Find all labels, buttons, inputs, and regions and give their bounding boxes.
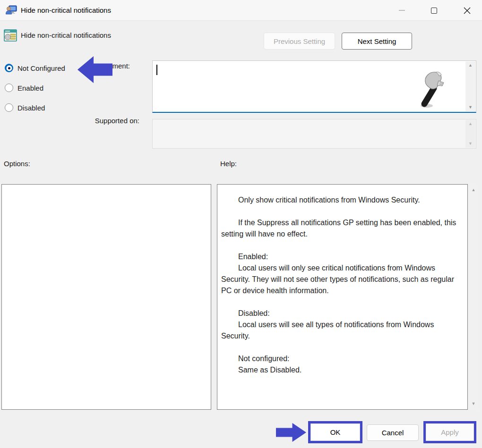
help-line: Enabled: xyxy=(221,251,464,262)
next-setting-button[interactable]: Next Setting xyxy=(342,33,412,50)
radio-label: Enabled xyxy=(17,84,43,92)
radio-dot xyxy=(8,67,10,69)
radio-unselected-icon[interactable] xyxy=(5,84,13,92)
help-gap xyxy=(221,206,464,217)
ok-button[interactable]: OK xyxy=(310,423,360,441)
title-bar: Hide non-critical notifications xyxy=(0,0,482,21)
setting-name-heading: Hide non-critical notifications xyxy=(21,31,111,39)
scroll-up-icon: ▲ xyxy=(468,122,473,126)
help-gap xyxy=(221,296,464,308)
radio-group: Not ConfiguredEnabledDisabled xyxy=(5,63,65,122)
radio-option-enabled[interactable]: Enabled xyxy=(5,83,65,93)
close-button[interactable] xyxy=(456,0,477,21)
hammer-cursor-icon xyxy=(416,68,445,109)
cancel-button[interactable]: Cancel xyxy=(367,424,419,441)
help-scrollbar[interactable]: ▲ ▼ xyxy=(469,184,478,410)
help-line: If the Suppress all notifications GP set… xyxy=(221,217,464,240)
help-text: Only show critical notifications from Wi… xyxy=(217,184,468,410)
scroll-down-icon[interactable]: ▼ xyxy=(468,105,473,110)
annotation-arrow-right-icon xyxy=(276,423,306,442)
help-gap xyxy=(221,342,464,353)
minimize-button[interactable] xyxy=(391,0,412,21)
maximize-button[interactable] xyxy=(423,0,444,21)
group-policy-app-icon xyxy=(6,5,17,16)
radio-label: Not Configured xyxy=(17,64,65,72)
help-line: Local users will only see critical notif… xyxy=(221,262,464,296)
help-line: Disabled: xyxy=(221,308,464,319)
scroll-up-icon[interactable]: ▲ xyxy=(472,188,476,192)
radio-label: Disabled xyxy=(17,104,45,112)
help-line: Only show critical notifications from Wi… xyxy=(221,194,464,206)
radio-selected-icon[interactable] xyxy=(5,64,13,72)
minimize-icon xyxy=(399,10,405,11)
help-label: Help: xyxy=(220,160,237,168)
supported-on-scrollbar: ▲ ▼ xyxy=(465,120,475,148)
group-policy-setting-dialog: Hide non-critical notifications Hide non… xyxy=(0,0,482,448)
help-line: Not configured: xyxy=(221,353,464,364)
supported-on-label: Supported on: xyxy=(71,117,139,125)
close-icon xyxy=(464,7,471,14)
help-line: Local users will see all types of notifi… xyxy=(221,319,464,342)
previous-setting-button[interactable]: Previous Setting xyxy=(264,33,335,50)
ok-annotation-highlight: OK xyxy=(308,421,362,443)
radio-option-not-configured[interactable]: Not Configured xyxy=(5,63,65,73)
help-gap xyxy=(221,240,464,251)
window-title: Hide non-critical notifications xyxy=(21,0,111,21)
apply-annotation-highlight: Apply xyxy=(423,421,476,443)
annotation-arrow-left-icon xyxy=(77,56,112,83)
radio-unselected-icon[interactable] xyxy=(5,103,13,112)
text-caret xyxy=(156,65,157,75)
policy-setting-icon xyxy=(4,29,17,42)
scroll-down-icon: ▼ xyxy=(468,142,473,146)
scroll-up-icon[interactable]: ▲ xyxy=(468,63,473,68)
comment-input[interactable]: ▲ ▼ xyxy=(152,60,476,113)
help-line: Same as Disabled. xyxy=(221,364,464,376)
options-label: Options: xyxy=(4,160,30,168)
maximize-icon xyxy=(431,8,437,14)
comment-scrollbar[interactable]: ▲ ▼ xyxy=(465,61,475,111)
options-panel xyxy=(1,184,211,410)
apply-button[interactable]: Apply xyxy=(426,423,474,441)
radio-option-disabled[interactable]: Disabled xyxy=(5,102,65,113)
scroll-down-icon[interactable]: ▼ xyxy=(472,402,476,406)
supported-on-field: ▲ ▼ xyxy=(152,119,476,149)
